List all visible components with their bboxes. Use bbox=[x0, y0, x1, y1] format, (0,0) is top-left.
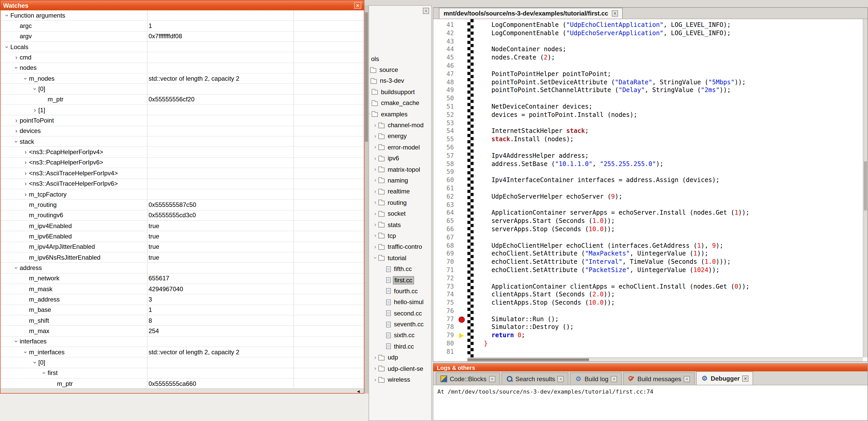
expand-arrow-icon[interactable]: › bbox=[372, 377, 378, 383]
breakpoint-margin[interactable] bbox=[457, 95, 467, 103]
code-text[interactable]: Ipv4AddressHelper address; bbox=[474, 152, 589, 160]
watch-row[interactable]: ›nodes bbox=[1, 63, 364, 73]
tree-item-ipv6[interactable]: ›ipv6 bbox=[369, 153, 431, 164]
breakpoint-margin[interactable] bbox=[457, 299, 467, 307]
tab-build-messages[interactable]: Build messages× bbox=[623, 373, 694, 385]
close-icon[interactable]: × bbox=[558, 376, 564, 382]
scrollbar-thumb[interactable] bbox=[365, 12, 368, 142]
code-text[interactable]: pointToPoint.SetChannelAttribute ("Delay… bbox=[474, 87, 731, 95]
watches-vertical-scrollbar[interactable] bbox=[364, 5, 369, 394]
code-text[interactable]: NetDeviceContainer devices; bbox=[474, 103, 592, 111]
expand-arrow-icon[interactable]: › bbox=[372, 166, 378, 172]
watch-row[interactable]: m_ipv4ArpJitterEnabledtrue bbox=[1, 242, 364, 252]
code-text[interactable] bbox=[474, 348, 484, 356]
breakpoint-margin[interactable] bbox=[457, 250, 467, 258]
tree-item-tutorial[interactable]: ›tutorial bbox=[369, 252, 431, 263]
code-area[interactable]: 41 LogComponentEnable ("UdpEchoClientApp… bbox=[433, 19, 863, 357]
watch-row[interactable]: ›m_nodesstd::vector of length 2, capacit… bbox=[1, 73, 364, 84]
code-text[interactable] bbox=[474, 307, 484, 316]
watch-row[interactable]: m_routing0x555555587c50 bbox=[1, 200, 364, 210]
tree-item-udp-client-se[interactable]: ›udp-client-se bbox=[369, 363, 431, 374]
collapse-arrow-icon[interactable]: › bbox=[4, 43, 10, 50]
code-text[interactable]: echoClient.SetAttribute ("MaxPackets", U… bbox=[474, 250, 708, 258]
watch-row[interactable]: ›Function arguments bbox=[1, 10, 364, 21]
tab-search-results[interactable]: Search results× bbox=[501, 373, 568, 385]
code-text[interactable]: NodeContainer nodes; bbox=[474, 46, 566, 54]
collapse-arrow-icon[interactable]: › bbox=[4, 12, 10, 19]
tree-item-hello-simul[interactable]: hello-simul bbox=[369, 297, 431, 308]
expand-arrow-icon[interactable]: › bbox=[372, 133, 378, 139]
expand-arrow-icon[interactable]: › bbox=[372, 177, 378, 183]
tree-item-traffic-contro[interactable]: ›traffic-contro bbox=[369, 241, 431, 252]
code-text[interactable]: Simulator::Run (); bbox=[474, 315, 559, 324]
close-icon[interactable]: × bbox=[684, 376, 690, 382]
code-text[interactable]: stack.Install (nodes); bbox=[474, 135, 574, 144]
collapse-arrow-icon[interactable]: › bbox=[13, 338, 20, 345]
watch-row[interactable]: ›[0] bbox=[1, 84, 364, 95]
collapse-arrow-icon[interactable]: › bbox=[372, 255, 378, 261]
tree-item-buildsupport[interactable]: ›buildsupport bbox=[369, 86, 431, 97]
watch-row[interactable]: m_max254 bbox=[1, 326, 364, 337]
breakpoint-margin[interactable] bbox=[457, 340, 467, 348]
expand-arrow-icon[interactable]: › bbox=[372, 144, 378, 150]
code-text[interactable]: echoClient.SetAttribute ("Interval", Tim… bbox=[474, 258, 731, 266]
breakpoint-margin[interactable] bbox=[457, 103, 467, 111]
close-icon[interactable]: × bbox=[354, 2, 361, 9]
watch-row[interactable]: ›<ns3::AsciiTraceHelperForIpv4> bbox=[1, 168, 364, 179]
collapse-arrow-icon[interactable]: › bbox=[23, 349, 29, 355]
watch-row[interactable]: ›first bbox=[1, 368, 364, 379]
logs-titlebar[interactable]: Logs & others bbox=[433, 364, 867, 371]
breakpoint-margin[interactable] bbox=[457, 315, 467, 324]
breakpoint-margin[interactable] bbox=[457, 258, 467, 266]
watch-row[interactable]: m_mask4294967040 bbox=[1, 284, 364, 295]
code-text[interactable]: address.SetBase ("10.1.1.0", "255.255.25… bbox=[474, 160, 663, 168]
code-text[interactable]: Ipv4InterfaceContainer interfaces = addr… bbox=[474, 176, 719, 185]
code-text[interactable]: nodes.Create (2); bbox=[474, 54, 555, 62]
tree-item-udp[interactable]: ›udp bbox=[369, 352, 431, 363]
breakpoint-margin[interactable] bbox=[457, 62, 467, 70]
expand-arrow-icon[interactable]: › bbox=[372, 122, 378, 128]
collapse-arrow-icon[interactable]: › bbox=[32, 86, 38, 92]
code-text[interactable]: echoClient.SetAttribute ("PacketSize", U… bbox=[474, 266, 719, 274]
expand-arrow-icon[interactable]: › bbox=[22, 149, 29, 155]
watch-row[interactable]: ›stack bbox=[1, 136, 364, 147]
close-icon[interactable]: × bbox=[489, 376, 495, 382]
code-text[interactable]: UdpEchoServerHelper echoServer (9); bbox=[474, 193, 622, 201]
breakpoint-margin[interactable] bbox=[457, 46, 467, 54]
watch-row[interactable]: ›<ns3::PcapHelperForIpv4> bbox=[1, 147, 364, 158]
watch-row[interactable]: argc1 bbox=[1, 21, 364, 32]
breakpoint-margin[interactable] bbox=[457, 160, 467, 168]
watches-horizontal-scrollbar[interactable]: ◀ bbox=[1, 388, 364, 393]
code-text[interactable] bbox=[474, 185, 484, 193]
scrollbar-thumb[interactable] bbox=[864, 161, 867, 210]
tab-build-log[interactable]: ⚙Build log× bbox=[570, 373, 622, 385]
code-text[interactable] bbox=[474, 168, 484, 176]
code-text[interactable]: pointToPoint.SetDeviceAttribute ("DataRa… bbox=[474, 78, 746, 87]
editor-horizontal-scrollbar[interactable] bbox=[467, 357, 863, 361]
breakpoint-margin[interactable] bbox=[457, 332, 467, 340]
breakpoint-margin[interactable] bbox=[457, 209, 467, 218]
tree-item-sixth-cc[interactable]: sixth.cc bbox=[369, 330, 431, 341]
watch-row[interactable]: ›address bbox=[1, 263, 364, 273]
expand-arrow-icon[interactable]: › bbox=[13, 128, 20, 134]
watch-row[interactable]: m_address3 bbox=[1, 295, 364, 305]
breakpoint-margin[interactable] bbox=[457, 168, 467, 176]
watch-row[interactable]: m_ptr0x5555555ca660 bbox=[1, 379, 364, 388]
tree-item-error-model[interactable]: ›error-model bbox=[369, 142, 431, 153]
breakpoint-icon[interactable] bbox=[459, 316, 465, 322]
code-text[interactable] bbox=[474, 233, 484, 242]
collapse-arrow-icon[interactable]: › bbox=[41, 370, 48, 377]
close-icon[interactable]: × bbox=[612, 10, 618, 17]
code-text[interactable]: clientApps.Stop (Seconds (10.0)); bbox=[474, 299, 615, 307]
breakpoint-margin[interactable] bbox=[457, 176, 467, 185]
code-text[interactable]: serverApps.Start (Seconds (1.0)); bbox=[474, 217, 615, 226]
breakpoint-margin[interactable] bbox=[457, 348, 467, 356]
code-text[interactable]: } bbox=[474, 340, 488, 348]
watch-row[interactable]: m_base1 bbox=[1, 305, 364, 316]
breakpoint-margin[interactable] bbox=[457, 30, 467, 38]
code-text[interactable]: ApplicationContainer serverApps = echoSe… bbox=[474, 209, 749, 218]
breakpoint-margin[interactable] bbox=[457, 185, 467, 193]
watch-row[interactable]: ›devices bbox=[1, 126, 364, 137]
code-text[interactable]: UdpEchoClientHelper echoClient (interfac… bbox=[474, 242, 723, 250]
tree-item-routing[interactable]: ›routing bbox=[369, 197, 431, 208]
